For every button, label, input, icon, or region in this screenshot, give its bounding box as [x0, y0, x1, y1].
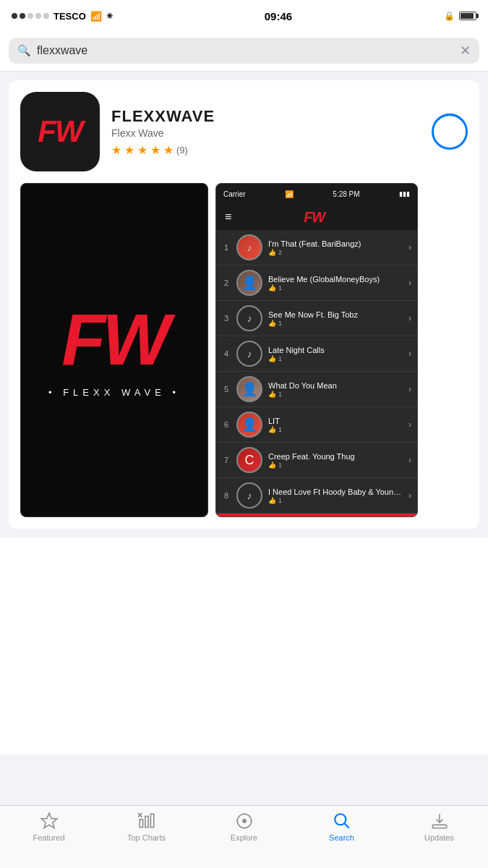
search-clear-button[interactable]: ✕: [460, 43, 471, 59]
search-tab-icon: [333, 812, 351, 830]
rating-count: (9): [176, 145, 188, 156]
song-details-8: I Need Love Ft Hoody Baby & Young B... 👍…: [268, 488, 403, 504]
song-item-6[interactable]: 6 👤 LIT 👍 1 ›: [216, 407, 417, 443]
chevron-5: ›: [408, 384, 411, 394]
tab-item-top-charts[interactable]: Top Charts: [98, 812, 195, 842]
thumbs-up-3: 👍: [268, 320, 276, 327]
song-thumb-4: ♪: [236, 341, 262, 367]
song-item-1[interactable]: 1 ♪ I'm That (Feat. BariBangz) 👍 2 ›: [216, 230, 417, 265]
song-title-2: Believe Me (GlobalMoneyBoys): [268, 275, 403, 284]
song-number-7: 7: [222, 456, 231, 464]
tab-item-search[interactable]: Search: [293, 812, 390, 842]
tab-item-updates[interactable]: Updates: [390, 812, 488, 842]
song-item-4[interactable]: 4 ♪ Late Night Calls 👍 1 ›: [216, 336, 417, 372]
chevron-2: ›: [408, 278, 411, 288]
song-number-8: 8: [222, 491, 231, 500]
song-title-5: What Do You Mean: [268, 381, 403, 390]
song-item-5[interactable]: 5 👤 What Do You Mean 👍 1 ›: [216, 372, 417, 407]
status-left: TESCO 📶 ✳: [12, 11, 113, 22]
star-3: ★: [137, 143, 147, 157]
music-note-4: ♪: [247, 348, 252, 359]
app-rating: ★ ★ ★ ★ ★ (9): [111, 143, 420, 157]
song-item-7[interactable]: 7 C Creep Feat. Young Thug 👍 1 ›: [216, 443, 417, 478]
app-subtitle: Flexx Wave: [111, 127, 420, 139]
song-details-7: Creep Feat. Young Thug 👍 1: [268, 452, 403, 469]
music-note-1: ♪: [247, 242, 252, 253]
status-bar: TESCO 📶 ✳ 09:46 🔒: [0, 0, 488, 32]
song-thumb-7: C: [236, 447, 262, 473]
song-item-2[interactable]: 2 👤 Believe Me (GlobalMoneyBoys) 👍 1 ›: [216, 265, 417, 301]
song-number-6: 6: [222, 420, 231, 429]
app-carrier-label: Carrier: [223, 190, 246, 198]
tab-label-search: Search: [329, 833, 354, 842]
app-time: 5:28 PM: [333, 190, 359, 198]
song-likes-2: 👍 1: [268, 284, 403, 292]
star-1: ★: [111, 143, 121, 157]
mozzarella-text: MOZZARELLA: [222, 517, 279, 518]
tab-item-explore[interactable]: Explore: [195, 812, 293, 842]
svg-rect-15: [432, 825, 447, 827]
app-icon: FW: [20, 92, 100, 171]
hamburger-icon: ≡: [225, 210, 231, 224]
song-details-5: What Do You Mean 👍 1: [268, 381, 403, 398]
song-thumb-5: 👤: [236, 376, 262, 402]
featured-icon: [40, 812, 59, 830]
tab-label-featured: Featured: [33, 833, 64, 842]
song-title-3: See Me Now Ft. Big Tobz: [268, 310, 403, 319]
app-wifi-icon: 📶: [285, 190, 294, 198]
song-details-4: Late Night Calls 👍 1: [268, 346, 403, 362]
battery-fill: [461, 13, 474, 19]
svg-line-14: [344, 824, 348, 828]
signal-dots: [12, 13, 49, 19]
svg-point-12: [242, 820, 245, 822]
song-title-7: Creep Feat. Young Thug: [268, 452, 403, 461]
song-likes-8: 👍 1: [268, 497, 403, 504]
song-item-8[interactable]: 8 ♪ I Need Love Ft Hoody Baby & Young B.…: [216, 478, 417, 514]
download-button[interactable]: [432, 114, 468, 150]
song-thumb-3: ♪: [236, 305, 262, 331]
battery-icon: [459, 12, 476, 20]
chevron-1: ›: [408, 242, 411, 252]
signal-dot-5: [43, 13, 49, 19]
star-2: ★: [124, 143, 134, 157]
screenshot-tagline: • FLEXX WAVE •: [48, 387, 180, 398]
signal-dot-3: [27, 13, 33, 19]
music-note-3: ♪: [247, 312, 252, 324]
search-bar[interactable]: 🔍 ✕: [9, 38, 479, 64]
song-number-5: 5: [222, 385, 231, 393]
song-thumb-2: 👤: [236, 270, 262, 296]
app-action[interactable]: [432, 114, 468, 150]
song-item-3[interactable]: 3 ♪ See Me Now Ft. Big Tobz 👍 1 ›: [216, 301, 417, 336]
song-likes-5: 👍 1: [268, 391, 403, 398]
top-charts-icon: [137, 812, 156, 830]
search-input[interactable]: [37, 44, 454, 57]
content-spacer: [0, 537, 488, 754]
signal-icon: ✳: [106, 12, 113, 21]
song-thumb-8: ♪: [236, 482, 262, 509]
svg-rect-2: [145, 817, 147, 827]
updates-icon: [430, 812, 449, 830]
tab-label-updates: Updates: [424, 833, 454, 842]
screenshot-left: FW • FLEXX WAVE •: [20, 183, 208, 517]
signal-dot-2: [20, 13, 25, 19]
explore-icon: [235, 812, 254, 830]
app-battery: ▮▮▮: [399, 190, 410, 197]
thumbs-up-7: 👍: [268, 461, 276, 469]
signal-dot-4: [35, 13, 41, 19]
screenshot-logo: FW: [61, 303, 166, 375]
thumbs-up-6: 👍: [268, 426, 276, 433]
app-info: FLEXXWAVE Flexx Wave ★ ★ ★ ★ ★ (9): [111, 107, 420, 157]
signal-dot-1: [12, 13, 17, 19]
thumbs-up-4: 👍: [268, 355, 276, 362]
tab-item-featured[interactable]: Featured: [0, 812, 98, 842]
status-right: 🔒: [444, 11, 476, 21]
song-title-6: LIT: [268, 417, 403, 425]
svg-marker-0: [41, 813, 57, 828]
song-number-3: 3: [222, 314, 231, 323]
song-number-1: 1: [222, 243, 231, 252]
mozzarella-bar: MOZZARELLA: [216, 514, 417, 517]
svg-rect-1: [140, 820, 142, 827]
svg-rect-3: [150, 814, 153, 827]
song-likes-6: 👍 1: [268, 426, 403, 433]
song-number-2: 2: [222, 278, 231, 287]
